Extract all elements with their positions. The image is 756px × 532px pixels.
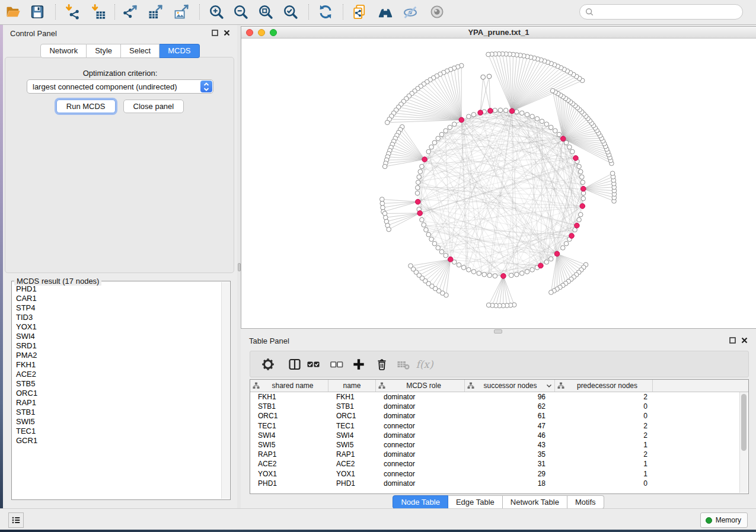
- first-neighbors-button[interactable]: [377, 3, 394, 21]
- graph-node[interactable]: [381, 206, 385, 210]
- graph-node[interactable]: [498, 108, 503, 113]
- graph-node[interactable]: [570, 149, 575, 154]
- result-list-scrollbar[interactable]: [221, 282, 229, 499]
- graph-node[interactable]: [515, 110, 519, 114]
- graph-node[interactable]: [429, 145, 434, 149]
- graph-node[interactable]: [493, 274, 497, 278]
- mcds-result-item[interactable]: PHD1: [12, 284, 222, 294]
- table-scrollbar-thumb[interactable]: [741, 394, 747, 451]
- graph-hub-node[interactable]: [478, 110, 483, 116]
- graph-node[interactable]: [519, 271, 524, 275]
- run-mcds-button[interactable]: Run MCDS: [56, 100, 116, 113]
- graph-node[interactable]: [448, 125, 452, 130]
- graph-node[interactable]: [432, 140, 437, 145]
- mcds-result-item[interactable]: GCR1: [12, 436, 222, 446]
- graph-node[interactable]: [379, 197, 384, 202]
- graph-node[interactable]: [452, 122, 457, 127]
- mcds-result-item[interactable]: FKH1: [12, 360, 222, 370]
- function-builder-button[interactable]: f(x): [417, 357, 432, 372]
- zoom-fit-button[interactable]: [257, 3, 275, 21]
- open-session-button[interactable]: [4, 3, 22, 21]
- vertical-splitter-handle[interactable]: [238, 263, 241, 271]
- export-image-button[interactable]: [173, 3, 190, 21]
- graph-node[interactable]: [436, 136, 441, 141]
- tab-motifs[interactable]: Motifs: [567, 495, 604, 509]
- show-panels-menu-button[interactable]: [8, 512, 24, 528]
- mcds-result-item[interactable]: STB5: [12, 379, 222, 389]
- graph-hub-node[interactable]: [569, 233, 575, 239]
- column-header-predecessor-nodes[interactable]: predecessor nodes: [555, 380, 653, 392]
- graph-node[interactable]: [444, 129, 448, 133]
- graph-node[interactable]: [519, 111, 524, 116]
- graph-node[interactable]: [481, 75, 486, 79]
- float-table-panel-icon[interactable]: [729, 337, 736, 344]
- graph-hub-node[interactable]: [573, 156, 579, 161]
- table-row[interactable]: YOX1YOX1connector291: [250, 469, 748, 479]
- table-row[interactable]: ACE2ACE2connector311: [250, 459, 748, 469]
- import-network-button[interactable]: [63, 3, 81, 21]
- graph-hub-node[interactable]: [415, 199, 420, 204]
- graph-node[interactable]: [487, 74, 492, 79]
- graph-node[interactable]: [467, 268, 471, 273]
- graph-hub-node[interactable]: [538, 263, 544, 268]
- tab-network[interactable]: Network: [40, 44, 87, 58]
- tab-node-table[interactable]: Node Table: [393, 495, 448, 509]
- graph-node[interactable]: [515, 273, 519, 277]
- graph-node[interactable]: [610, 171, 615, 176]
- network-canvas[interactable]: [241, 38, 755, 328]
- graph-node[interactable]: [557, 132, 562, 137]
- table-row[interactable]: PHD1PHD1dominator180: [250, 479, 748, 488]
- mcds-result-item[interactable]: SWI5: [12, 417, 222, 427]
- graph-node[interactable]: [577, 164, 582, 169]
- graph-node[interactable]: [382, 164, 387, 169]
- mcds-result-item[interactable]: STB1: [12, 408, 222, 417]
- tab-select[interactable]: Select: [121, 44, 160, 58]
- mcds-result-item[interactable]: RAP1: [12, 398, 222, 408]
- graph-node[interactable]: [550, 88, 555, 93]
- mcds-result-item[interactable]: SRD1: [12, 341, 222, 351]
- float-panel-icon[interactable]: [212, 30, 218, 36]
- graph-node[interactable]: [578, 169, 583, 174]
- graph-node[interactable]: [567, 145, 572, 149]
- graph-node[interactable]: [457, 262, 461, 267]
- graph-node[interactable]: [444, 253, 448, 258]
- graph-node[interactable]: [540, 119, 544, 124]
- graph-node[interactable]: [564, 140, 569, 145]
- table-row[interactable]: SWI5SWI5connector431: [250, 440, 748, 450]
- hide-selection-button[interactable]: [401, 3, 419, 21]
- graph-node[interactable]: [380, 201, 385, 206]
- graph-node[interactable]: [578, 212, 583, 217]
- column-header-shared-name[interactable]: shared name: [250, 380, 328, 392]
- zoom-in-button[interactable]: [208, 3, 225, 21]
- graph-node[interactable]: [422, 223, 426, 227]
- graph-node[interactable]: [417, 175, 422, 180]
- graph-node[interactable]: [493, 108, 497, 113]
- mcds-result-item[interactable]: SWI4: [12, 332, 222, 341]
- graph-node[interactable]: [409, 264, 413, 268]
- graph-node[interactable]: [382, 211, 387, 216]
- horizontal-splitter[interactable]: [241, 329, 756, 334]
- graph-hub-node[interactable]: [575, 223, 580, 228]
- graph-node[interactable]: [487, 273, 492, 278]
- mcds-result-item[interactable]: ACE2: [12, 370, 222, 379]
- graph-hub-node[interactable]: [501, 274, 506, 279]
- graph-hub-node[interactable]: [509, 108, 515, 114]
- graph-node[interactable]: [420, 217, 425, 222]
- graph-node[interactable]: [418, 169, 423, 174]
- graph-node[interactable]: [553, 129, 558, 133]
- graph-node[interactable]: [385, 120, 390, 125]
- search-input[interactable]: [596, 7, 742, 17]
- graph-node[interactable]: [486, 52, 491, 57]
- graph-node[interactable]: [549, 290, 554, 295]
- graph-node[interactable]: [439, 132, 444, 137]
- graph-hub-node[interactable]: [422, 157, 428, 162]
- graph-node[interactable]: [439, 249, 444, 254]
- close-panel-button[interactable]: Close panel: [123, 100, 184, 113]
- table-row[interactable]: SWI4SWI4dominator462: [250, 431, 748, 440]
- graph-node[interactable]: [387, 227, 391, 232]
- mcds-result-item[interactable]: ORC1: [12, 389, 222, 398]
- graph-node[interactable]: [580, 180, 585, 185]
- graph-node[interactable]: [436, 246, 441, 251]
- zoom-out-button[interactable]: [232, 3, 250, 21]
- refresh-layout-button[interactable]: [317, 3, 334, 21]
